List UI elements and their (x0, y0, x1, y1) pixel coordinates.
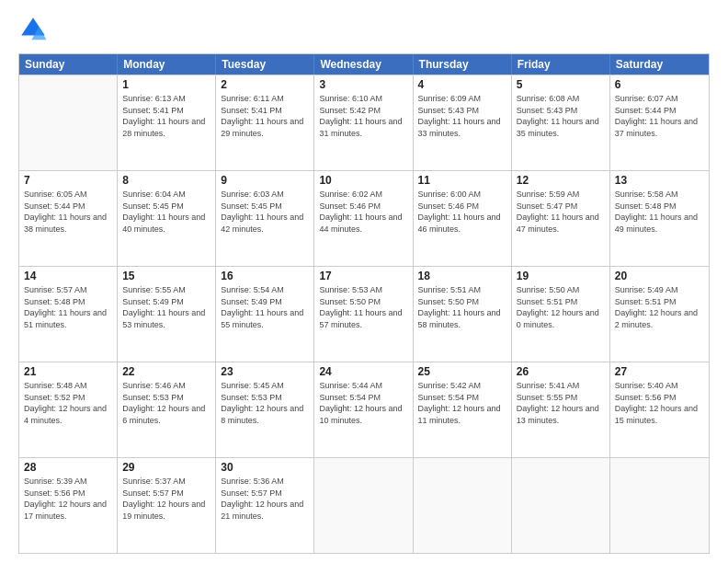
calendar-cell: 10 Sunrise: 6:02 AM Sunset: 5:46 PM Dayl… (314, 171, 413, 266)
calendar-row: 21 Sunrise: 5:48 AM Sunset: 5:52 PM Dayl… (19, 362, 709, 457)
day-info: Sunrise: 6:07 AM Sunset: 5:44 PM Dayligh… (615, 93, 704, 139)
day-number: 5 (517, 78, 605, 91)
day-number: 25 (418, 365, 506, 378)
calendar-cell: 13 Sunrise: 5:58 AM Sunset: 5:48 PM Dayl… (610, 171, 709, 266)
calendar-cell: 24 Sunrise: 5:44 AM Sunset: 5:54 PM Dayl… (314, 362, 413, 457)
day-number: 3 (319, 78, 407, 91)
calendar-header-cell: Monday (118, 54, 216, 75)
day-info: Sunrise: 5:58 AM Sunset: 5:48 PM Dayligh… (615, 189, 704, 235)
calendar-cell (19, 75, 118, 170)
calendar-cell: 4 Sunrise: 6:09 AM Sunset: 5:43 PM Dayli… (414, 75, 512, 170)
day-info: Sunrise: 5:51 AM Sunset: 5:50 PM Dayligh… (418, 284, 506, 330)
calendar-row: 7 Sunrise: 6:05 AM Sunset: 5:44 PM Dayli… (19, 170, 709, 266)
day-info: Sunrise: 5:57 AM Sunset: 5:48 PM Dayligh… (24, 284, 112, 330)
day-info: Sunrise: 6:00 AM Sunset: 5:46 PM Dayligh… (418, 189, 506, 235)
day-info: Sunrise: 6:11 AM Sunset: 5:41 PM Dayligh… (221, 93, 309, 139)
day-info: Sunrise: 5:53 AM Sunset: 5:50 PM Dayligh… (319, 284, 407, 330)
calendar-cell: 11 Sunrise: 6:00 AM Sunset: 5:46 PM Dayl… (414, 171, 512, 266)
day-number: 19 (517, 270, 605, 282)
calendar-cell: 1 Sunrise: 6:13 AM Sunset: 5:41 PM Dayli… (118, 75, 216, 170)
day-info: Sunrise: 6:04 AM Sunset: 5:45 PM Dayligh… (122, 189, 210, 235)
day-number: 15 (122, 270, 210, 282)
day-number: 20 (615, 270, 704, 282)
day-number: 23 (221, 365, 309, 378)
day-info: Sunrise: 5:55 AM Sunset: 5:49 PM Dayligh… (122, 284, 210, 330)
day-info: Sunrise: 5:39 AM Sunset: 5:56 PM Dayligh… (24, 476, 112, 522)
day-number: 1 (122, 78, 210, 91)
logo (18, 15, 51, 44)
day-number: 17 (319, 270, 407, 282)
calendar-cell: 27 Sunrise: 5:40 AM Sunset: 5:56 PM Dayl… (610, 362, 709, 457)
calendar-header-cell: Friday (512, 54, 610, 75)
day-number: 28 (24, 461, 112, 474)
day-number: 30 (221, 461, 309, 474)
calendar-cell: 23 Sunrise: 5:45 AM Sunset: 5:53 PM Dayl… (216, 362, 314, 457)
page: SundayMondayTuesdayWednesdayThursdayFrid… (0, 0, 728, 563)
header (18, 15, 710, 44)
day-info: Sunrise: 6:03 AM Sunset: 5:45 PM Dayligh… (221, 189, 309, 235)
calendar-cell: 9 Sunrise: 6:03 AM Sunset: 5:45 PM Dayli… (216, 171, 314, 266)
day-info: Sunrise: 6:08 AM Sunset: 5:43 PM Dayligh… (517, 93, 605, 139)
calendar-cell: 5 Sunrise: 6:08 AM Sunset: 5:43 PM Dayli… (512, 75, 610, 170)
day-number: 11 (418, 174, 506, 187)
calendar-cell: 8 Sunrise: 6:04 AM Sunset: 5:45 PM Dayli… (118, 171, 216, 266)
calendar-header-cell: Thursday (414, 54, 512, 75)
calendar-cell: 3 Sunrise: 6:10 AM Sunset: 5:42 PM Dayli… (314, 75, 413, 170)
day-info: Sunrise: 5:44 AM Sunset: 5:54 PM Dayligh… (319, 380, 407, 426)
day-info: Sunrise: 5:45 AM Sunset: 5:53 PM Dayligh… (221, 380, 309, 426)
day-info: Sunrise: 5:49 AM Sunset: 5:51 PM Dayligh… (615, 284, 704, 330)
day-info: Sunrise: 5:54 AM Sunset: 5:49 PM Dayligh… (221, 284, 309, 330)
calendar-cell: 25 Sunrise: 5:42 AM Sunset: 5:54 PM Dayl… (414, 362, 512, 457)
calendar-cell: 19 Sunrise: 5:50 AM Sunset: 5:51 PM Dayl… (512, 267, 610, 362)
calendar-cell: 18 Sunrise: 5:51 AM Sunset: 5:50 PM Dayl… (414, 267, 512, 362)
calendar-cell: 26 Sunrise: 5:41 AM Sunset: 5:55 PM Dayl… (512, 362, 610, 457)
day-number: 27 (615, 365, 704, 378)
calendar-body: 1 Sunrise: 6:13 AM Sunset: 5:41 PM Dayli… (19, 75, 709, 553)
day-info: Sunrise: 5:46 AM Sunset: 5:53 PM Dayligh… (122, 380, 210, 426)
day-info: Sunrise: 5:59 AM Sunset: 5:47 PM Dayligh… (517, 189, 605, 235)
day-info: Sunrise: 6:02 AM Sunset: 5:46 PM Dayligh… (319, 189, 407, 235)
calendar-row: 1 Sunrise: 6:13 AM Sunset: 5:41 PM Dayli… (19, 75, 709, 170)
calendar-cell: 14 Sunrise: 5:57 AM Sunset: 5:48 PM Dayl… (19, 267, 118, 362)
day-number: 10 (319, 174, 407, 187)
day-number: 29 (122, 461, 210, 474)
day-number: 21 (24, 365, 112, 378)
day-info: Sunrise: 5:40 AM Sunset: 5:56 PM Dayligh… (615, 380, 704, 426)
calendar-cell: 29 Sunrise: 5:37 AM Sunset: 5:57 PM Dayl… (118, 458, 216, 553)
day-number: 24 (319, 365, 407, 378)
calendar-cell: 6 Sunrise: 6:07 AM Sunset: 5:44 PM Dayli… (610, 75, 709, 170)
logo-icon (18, 15, 48, 44)
calendar-row: 14 Sunrise: 5:57 AM Sunset: 5:48 PM Dayl… (19, 266, 709, 362)
calendar-header: SundayMondayTuesdayWednesdayThursdayFrid… (19, 54, 709, 75)
day-number: 7 (24, 174, 112, 187)
calendar-cell (512, 458, 610, 553)
day-number: 12 (517, 174, 605, 187)
calendar-header-cell: Saturday (610, 54, 709, 75)
day-info: Sunrise: 5:48 AM Sunset: 5:52 PM Dayligh… (24, 380, 112, 426)
calendar-cell: 15 Sunrise: 5:55 AM Sunset: 5:49 PM Dayl… (118, 267, 216, 362)
calendar-cell (414, 458, 512, 553)
day-info: Sunrise: 6:10 AM Sunset: 5:42 PM Dayligh… (319, 93, 407, 139)
calendar: SundayMondayTuesdayWednesdayThursdayFrid… (18, 53, 710, 554)
calendar-cell: 7 Sunrise: 6:05 AM Sunset: 5:44 PM Dayli… (19, 171, 118, 266)
day-info: Sunrise: 5:50 AM Sunset: 5:51 PM Dayligh… (517, 284, 605, 330)
calendar-cell: 20 Sunrise: 5:49 AM Sunset: 5:51 PM Dayl… (610, 267, 709, 362)
calendar-row: 28 Sunrise: 5:39 AM Sunset: 5:56 PM Dayl… (19, 457, 709, 553)
calendar-header-cell: Tuesday (216, 54, 314, 75)
calendar-cell: 30 Sunrise: 5:36 AM Sunset: 5:57 PM Dayl… (216, 458, 314, 553)
calendar-cell (610, 458, 709, 553)
day-number: 8 (122, 174, 210, 187)
day-info: Sunrise: 6:09 AM Sunset: 5:43 PM Dayligh… (418, 93, 506, 139)
day-info: Sunrise: 5:37 AM Sunset: 5:57 PM Dayligh… (122, 476, 210, 522)
calendar-cell (314, 458, 413, 553)
day-number: 18 (418, 270, 506, 282)
day-number: 9 (221, 174, 309, 187)
day-number: 22 (122, 365, 210, 378)
day-number: 6 (615, 78, 704, 91)
calendar-cell: 17 Sunrise: 5:53 AM Sunset: 5:50 PM Dayl… (314, 267, 413, 362)
day-number: 14 (24, 270, 112, 282)
day-info: Sunrise: 5:42 AM Sunset: 5:54 PM Dayligh… (418, 380, 506, 426)
day-number: 26 (517, 365, 605, 378)
day-info: Sunrise: 5:41 AM Sunset: 5:55 PM Dayligh… (517, 380, 605, 426)
calendar-cell: 16 Sunrise: 5:54 AM Sunset: 5:49 PM Dayl… (216, 267, 314, 362)
